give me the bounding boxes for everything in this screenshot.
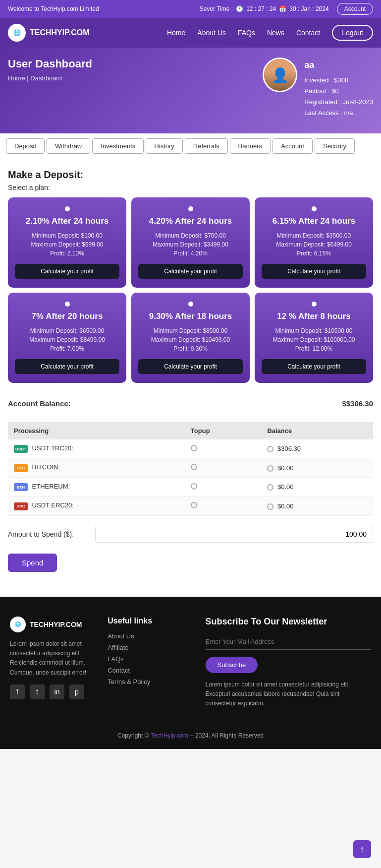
facebook-icon[interactable]: f — [10, 684, 25, 699]
twitter-icon[interactable]: t — [30, 684, 45, 699]
pinterest-icon[interactable]: p — [69, 684, 84, 699]
calc-btn-2[interactable]: Calculate your profit — [262, 264, 366, 279]
copyright-link[interactable]: TechHyip.com — [151, 732, 188, 739]
proc-topup-1[interactable] — [185, 458, 262, 478]
spend-button[interactable]: Spend — [8, 554, 57, 572]
footer-bottom: Copyright © TechHyip.com – 2024. All Rig… — [10, 724, 371, 739]
proc-balance-1: $0.00 — [261, 458, 373, 478]
plan-max: Maximum Deposit: $8499.00 — [15, 336, 119, 343]
nav-links: Home About Us FAQs News Contact Logout — [167, 25, 373, 41]
welcome-text: Welcome to TechHyip.com Limited — [8, 5, 99, 12]
time-value: 12 : 27 : 24 — [246, 5, 276, 12]
footer-newsletter-col: Subscribe To Our Newsletter Subscribe Lo… — [206, 617, 372, 709]
plan-dot — [312, 206, 317, 211]
plan-title: 6.15% After 24 hours — [262, 216, 366, 226]
processing-table: Processing Topup Balance USDT USDT TRC20… — [8, 422, 373, 516]
tab-referrals[interactable]: Referrals — [185, 138, 228, 154]
avatar: 👤 — [263, 58, 297, 92]
footer-link-about-us[interactable]: About Us — [108, 632, 190, 640]
plan-title: 2.10% After 24 hours — [15, 216, 119, 226]
nav-contact[interactable]: Contact — [296, 29, 320, 37]
plan-min: Minimum Deposit: $6500.00 — [15, 327, 119, 334]
amount-input-wrap — [95, 526, 373, 543]
proc-header-balance: Balance — [261, 422, 373, 439]
plan-max: Maximum Deposit: $6499.00 — [262, 241, 366, 248]
plan-card-2: 6.15% After 24 hours Minimum Deposit: $3… — [255, 197, 373, 288]
proc-row-1: BTC BITCOIN: $0.00 — [8, 458, 373, 478]
tab-deposit[interactable]: Deposit — [6, 138, 45, 154]
proc-row-0: USDT USDT TRC20: $306.30 — [8, 439, 373, 458]
plan-title: 12 % After 8 hours — [262, 311, 366, 321]
footer-links-title: Useful links — [108, 617, 190, 625]
calc-btn-0[interactable]: Calculate your profit — [15, 264, 119, 279]
calc-btn-5[interactable]: Calculate your profit — [262, 359, 366, 374]
proc-currency-1: BTC BITCOIN: — [8, 458, 185, 478]
plan-profit: Profit: 7.00% — [15, 345, 119, 352]
balance-label: Account Balance: — [8, 399, 71, 408]
copyright-text-1: Copyright © — [117, 732, 149, 739]
tab-banners[interactable]: Banners — [230, 138, 271, 154]
proc-currency-0: USDT USDT TRC20: — [8, 439, 185, 458]
instagram-icon[interactable]: in — [50, 684, 64, 699]
plans-grid: 2.10% After 24 hours Minimum Deposit: $1… — [8, 197, 373, 383]
tabs-bar: DepositWithdrawInvestmentsHistoryReferra… — [0, 133, 381, 159]
tab-account[interactable]: Account — [272, 138, 313, 154]
newsletter-title: Subscribe To Our Newsletter — [206, 617, 372, 627]
plan-profit: Profit: 6.15% — [262, 250, 366, 257]
calc-btn-3[interactable]: Calculate your profit — [15, 359, 119, 374]
calc-btn-4[interactable]: Calculate your profit — [138, 359, 243, 374]
logout-button[interactable]: Logout — [332, 25, 373, 41]
plan-min: Minimum Deposit: $700.00 — [138, 232, 243, 239]
footer-about: 🌐 TECHHYIP.COM Lorem ipsum dolor sit ame… — [10, 617, 93, 709]
proc-currency-2: ETH ETHEREUM: — [8, 477, 185, 496]
date-value: 30 : Jan : 2024 — [289, 5, 328, 12]
breadcrumb: Home | Dashboard — [8, 74, 253, 82]
footer-links-col: Useful links About UsAffiliateFAQsContac… — [108, 617, 190, 709]
proc-balance-0: $306.30 — [261, 439, 373, 458]
proc-row-3: ERC USDT ERC20: $0.00 — [8, 496, 373, 516]
plan-dot — [312, 302, 317, 307]
tab-investments[interactable]: Investments — [92, 138, 144, 154]
plan-title: 4.20% After 24 hours — [138, 216, 243, 226]
plan-max: Maximum Deposit: $3499.00 — [138, 241, 243, 248]
plan-max: Maximum Deposit: $10499.00 — [138, 336, 243, 343]
plan-min: Minimum Deposit: $3500.00 — [262, 232, 366, 239]
proc-topup-3[interactable] — [185, 496, 262, 516]
plan-dot — [65, 302, 70, 307]
plan-dot — [188, 302, 193, 307]
plan-max: Maximum Deposit: $100000.00 — [262, 336, 366, 343]
amount-row: Amount to Spend ($): — [8, 526, 373, 543]
plan-profit: Profit: 9.30% — [138, 345, 243, 352]
nav-home[interactable]: Home — [167, 29, 185, 37]
email-input[interactable] — [206, 634, 372, 650]
tab-withdraw[interactable]: Withdraw — [47, 138, 90, 154]
amount-input[interactable] — [95, 526, 373, 543]
plan-max: Maximum Deposit: $699.00 — [15, 241, 119, 248]
nav-about[interactable]: About Us — [197, 29, 226, 37]
footer-link-faqs[interactable]: FAQs — [108, 655, 190, 663]
proc-header-processing: Processing — [8, 422, 185, 439]
dashboard-title: User Dashboard — [8, 58, 253, 70]
plan-min: Minimum Deposit: $100.00 — [15, 232, 119, 239]
breadcrumb-home[interactable]: Home — [8, 74, 25, 82]
clock-icon: 🕐 — [236, 5, 243, 12]
footer-link-affiliate[interactable]: Affiliate — [108, 644, 190, 651]
footer-logo-icon: 🌐 — [10, 617, 26, 632]
footer-link-contact[interactable]: Contact — [108, 667, 190, 674]
dashboard-header-left: User Dashboard Home | Dashboard — [8, 58, 253, 82]
footer-link-terms-&-policy[interactable]: Terms & Policy — [108, 678, 190, 685]
tab-security[interactable]: Security — [315, 138, 355, 154]
logo: 🌐 TECHHYIP.COM — [8, 24, 90, 42]
navbar: 🌐 TECHHYIP.COM Home About Us FAQs News C… — [0, 18, 381, 48]
footer-grid: 🌐 TECHHYIP.COM Lorem ipsum dolor sit ame… — [10, 617, 371, 709]
logo-icon: 🌐 — [8, 24, 26, 42]
subscribe-button[interactable]: Subscribe — [206, 657, 258, 673]
proc-topup-0[interactable] — [185, 439, 262, 458]
nav-faqs[interactable]: FAQs — [238, 29, 255, 37]
plan-card-4: 9.30% After 18 hours Minimum Deposit: $8… — [131, 293, 250, 383]
tab-history[interactable]: History — [146, 138, 182, 154]
nav-news[interactable]: News — [267, 29, 284, 37]
calc-btn-1[interactable]: Calculate your profit — [138, 264, 243, 279]
proc-topup-2[interactable] — [185, 477, 262, 496]
account-button[interactable]: Account — [337, 3, 373, 15]
